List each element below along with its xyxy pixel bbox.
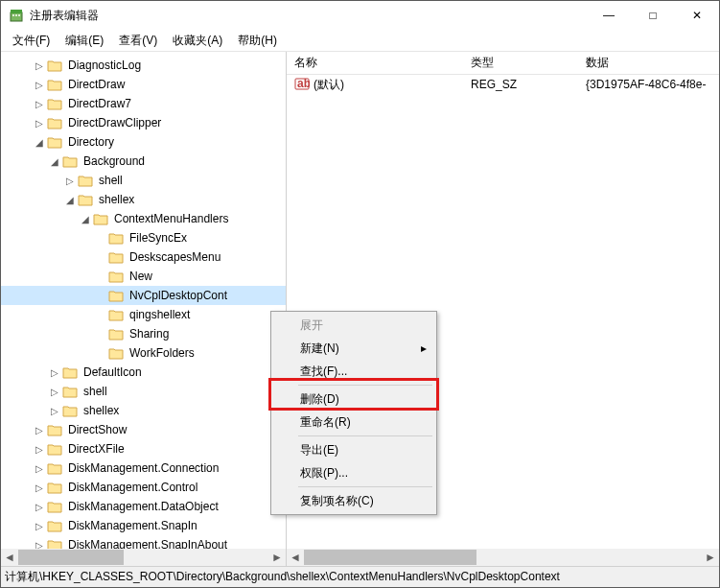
scroll-thumb[interactable] (304, 550, 476, 565)
expand-icon[interactable]: ▷ (32, 58, 47, 73)
expand-icon[interactable]: ▷ (32, 77, 47, 92)
tree-item[interactable]: Sharing (1, 324, 286, 343)
col-type-header[interactable]: 类型 (463, 55, 578, 71)
tree-item[interactable]: ▷DirectDraw (1, 75, 286, 94)
list-row[interactable]: ab (默认) REG_SZ {3D1975AF-48C6-4f8e- (287, 75, 719, 94)
tree-item[interactable]: ▷DiskManagement.DataObject (1, 497, 286, 516)
tree-item[interactable]: ▷DiagnosticLog (1, 56, 286, 75)
svg-rect-0 (11, 12, 22, 21)
tree-item-label: DiskManagement.SnapInAbout (66, 537, 229, 549)
registry-tree[interactable]: ▷DiagnosticLog▷DirectDraw▷DirectDraw7▷Di… (1, 52, 286, 549)
expand-icon[interactable]: ▷ (32, 441, 47, 457)
titlebar[interactable]: 注册表编辑器 — □ ✕ (1, 1, 719, 30)
expand-icon[interactable] (93, 230, 108, 246)
expand-icon[interactable]: ▷ (32, 480, 47, 495)
expand-icon[interactable]: ▷ (32, 537, 47, 549)
expand-icon[interactable]: ▷ (47, 384, 62, 399)
ctx-delete[interactable]: 删除(D) (273, 388, 434, 411)
ctx-copy-key-name[interactable]: 复制项名称(C) (273, 489, 434, 512)
folder-icon (47, 442, 62, 456)
tree-item[interactable]: DeskscapesMenu (1, 247, 286, 267)
tree-item-label: DirectDraw7 (66, 96, 133, 111)
ctx-rename[interactable]: 重命名(R) (273, 411, 434, 434)
ctx-new[interactable]: 新建(N)▸ (273, 337, 434, 360)
tree-item-label: DefaultIcon (81, 365, 144, 380)
tree-item[interactable]: ▷DirectDrawClipper (1, 113, 286, 132)
tree-item[interactable]: ▷DiskManagement.Control (1, 478, 286, 497)
folder-icon (62, 385, 78, 398)
expand-icon[interactable]: ▷ (32, 518, 47, 533)
tree-item[interactable]: ▷DiskManagement.Connection (1, 459, 286, 478)
tree-item[interactable]: ▷DefaultIcon (1, 363, 286, 382)
scroll-left-icon[interactable]: ◄ (287, 549, 304, 566)
menu-edit[interactable]: 编辑(E) (58, 31, 111, 51)
status-path: 计算机\HKEY_CLASSES_ROOT\Directory\Backgrou… (5, 569, 560, 585)
tree-item-label: qingshellext (128, 307, 192, 322)
tree-item[interactable]: ◢Background (1, 152, 286, 171)
menu-favorites[interactable]: 收藏夹(A) (165, 31, 230, 51)
expand-icon[interactable] (93, 345, 108, 361)
tree-item[interactable]: WorkFolders (1, 343, 286, 363)
tree-item[interactable]: ▷DiskManagement.SnapInAbout (1, 535, 286, 549)
ctx-permissions[interactable]: 权限(P)... (273, 461, 434, 484)
menu-file[interactable]: 文件(F) (5, 31, 58, 51)
tree-item[interactable]: ◢ContextMenuHandlers (1, 209, 286, 228)
tree-item[interactable]: ◢Directory (1, 132, 286, 152)
folder-icon (47, 423, 62, 436)
string-value-icon: ab (294, 76, 310, 94)
menu-view[interactable]: 查看(V) (111, 31, 165, 51)
expand-icon[interactable]: ◢ (47, 153, 62, 169)
tree-item-label: shell (97, 173, 125, 188)
folder-icon (108, 327, 124, 341)
tree-item[interactable]: ▷DirectShow (1, 420, 286, 439)
expand-icon[interactable]: ▷ (62, 173, 78, 188)
svg-point-3 (15, 14, 17, 16)
expand-icon[interactable]: ◢ (78, 211, 93, 226)
expand-icon[interactable] (93, 326, 108, 341)
expand-icon[interactable] (93, 249, 108, 265)
expand-icon[interactable] (93, 269, 108, 284)
tree-item[interactable]: ▷shell (1, 171, 286, 190)
expand-icon[interactable] (93, 307, 108, 322)
list-h-scrollbar[interactable]: ◄ ► (287, 549, 719, 566)
expand-icon[interactable] (93, 288, 108, 303)
folder-icon (47, 59, 62, 72)
close-button[interactable]: ✕ (675, 1, 719, 30)
expand-icon[interactable]: ▷ (32, 422, 47, 437)
expand-icon[interactable]: ▷ (32, 115, 47, 130)
maximize-button[interactable]: □ (631, 1, 675, 30)
expand-icon[interactable]: ▷ (47, 403, 62, 418)
ctx-export[interactable]: 导出(E) (273, 438, 434, 461)
svg-rect-1 (11, 10, 22, 13)
ctx-find[interactable]: 查找(F)... (273, 360, 434, 383)
tree-item[interactable]: ▷DiskManagement.SnapIn (1, 516, 286, 535)
expand-icon[interactable]: ▷ (32, 96, 47, 111)
expand-icon[interactable]: ◢ (32, 134, 47, 150)
scroll-right-icon[interactable]: ► (268, 549, 286, 566)
scroll-right-icon[interactable]: ► (702, 549, 719, 566)
tree-item-label: ContextMenuHandlers (112, 211, 230, 226)
ctx-separator (298, 435, 432, 436)
col-name-header[interactable]: 名称 (287, 55, 463, 71)
expand-icon[interactable]: ◢ (62, 192, 78, 207)
tree-item[interactable]: ▷DirectDraw7 (1, 94, 286, 113)
tree-item[interactable]: New (1, 267, 286, 286)
tree-item[interactable]: ▷DirectXFile (1, 439, 286, 459)
tree-item[interactable]: NvCplDesktopCont (1, 286, 286, 305)
expand-icon[interactable]: ▷ (47, 365, 62, 380)
tree-item[interactable]: ▷shellex (1, 401, 286, 420)
minimize-button[interactable]: — (587, 1, 631, 30)
tree-item[interactable]: ▷shell (1, 382, 286, 401)
col-data-header[interactable]: 数据 (578, 55, 719, 71)
tree-item[interactable]: qingshellext (1, 305, 286, 324)
tree-item-label: DiagnosticLog (66, 58, 143, 73)
tree-item[interactable]: FileSyncEx (1, 228, 286, 247)
scroll-left-icon[interactable]: ◄ (1, 549, 18, 566)
scroll-thumb[interactable] (18, 550, 124, 565)
tree-h-scrollbar[interactable]: ◄ ► (1, 549, 286, 566)
menu-help[interactable]: 帮助(H) (230, 31, 285, 51)
tree-item[interactable]: ◢shellex (1, 190, 286, 209)
expand-icon[interactable]: ▷ (32, 460, 47, 476)
expand-icon[interactable]: ▷ (32, 499, 47, 514)
folder-icon (47, 461, 62, 475)
